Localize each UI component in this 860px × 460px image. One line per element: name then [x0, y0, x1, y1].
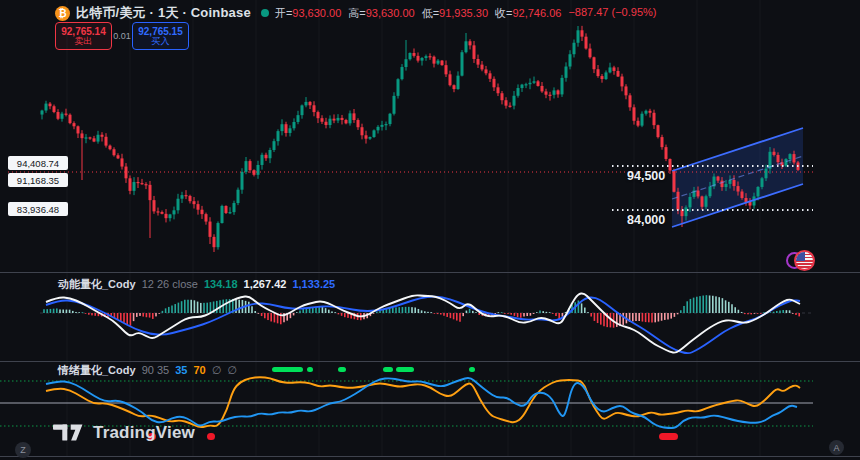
buy-signal-marker: [307, 367, 313, 372]
sell-signal-marker: [207, 433, 215, 440]
symbol-legend[interactable]: ₿ 比特币/美元 · 1天 · Coinbase 开=93,630.00 高=9…: [55, 4, 656, 22]
sell-button[interactable]: 92,765.14 卖出: [55, 22, 112, 50]
market-status-icon[interactable]: [261, 9, 269, 17]
symbol-title[interactable]: 比特币/美元 · 1天 · Coinbase: [76, 4, 251, 22]
spread-value: 0.01: [112, 31, 132, 41]
parallel-channel-fill: [672, 128, 803, 227]
btc-icon: ₿: [55, 6, 70, 21]
sentiment-value-2: 70: [193, 364, 205, 376]
buy-signal-marker: [272, 367, 303, 372]
timezone-badge[interactable]: Z: [15, 442, 31, 458]
price-tag: 94,408.74: [8, 156, 68, 170]
momentum-value-1: 134.18: [204, 278, 238, 290]
sentiment-value-1: 35: [175, 364, 187, 376]
sell-signal-marker: [659, 433, 678, 440]
buy-signal-marker: [396, 367, 414, 372]
momentum-value-2: 1,267.42: [244, 278, 287, 290]
candlestick-series: [41, 26, 800, 252]
economic-event-flag-icon[interactable]: [786, 250, 816, 271]
buy-signal-marker: [383, 367, 393, 372]
price-tag: 83,936.48: [8, 202, 68, 216]
sentiment-value-4: ∅: [227, 364, 237, 377]
level-price-label: 94,500: [627, 169, 665, 183]
momentum-value-3: 1,133.25: [292, 278, 335, 290]
chart-canvas[interactable]: [0, 0, 860, 460]
momentum-pane: [40, 293, 812, 353]
buy-signal-marker: [338, 367, 346, 372]
sentiment-indicator-legend[interactable]: 情绪量化_Cody 90 35 35 70 ∅ ∅: [58, 363, 237, 378]
buy-signal-marker: [469, 367, 475, 372]
momentum-indicator-legend[interactable]: 动能量化_Cody 12 26 close 134.18 1,267.42 1,…: [58, 277, 335, 292]
tradingview-logo[interactable]: TradingView: [53, 423, 195, 443]
trade-panel: 92,765.14 卖出 0.01 92,765.15 买入: [55, 22, 189, 50]
change-value: −887.47 (−0.95%): [568, 6, 656, 21]
tradingview-chart-window: ₿ 比特币/美元 · 1天 · Coinbase 开=93,630.00 高=9…: [0, 0, 860, 460]
gridlines: [67, 0, 760, 456]
scale-mode-badge[interactable]: A: [829, 440, 844, 455]
momentum-histogram: [43, 295, 800, 328]
us-flag-icon: [794, 250, 815, 271]
price-tag: 91,168.35: [8, 173, 68, 187]
level-price-label: 84,000: [627, 213, 665, 227]
tradingview-mark-icon: [53, 423, 85, 443]
sentiment-value-3: ∅: [212, 364, 222, 377]
ohlc-values: 开=93,630.00 高=93,630.00 低=91,935.30 收=92…: [275, 6, 657, 21]
main-price-pane: [8, 26, 815, 252]
buy-button[interactable]: 92,765.15 买入: [132, 22, 189, 50]
